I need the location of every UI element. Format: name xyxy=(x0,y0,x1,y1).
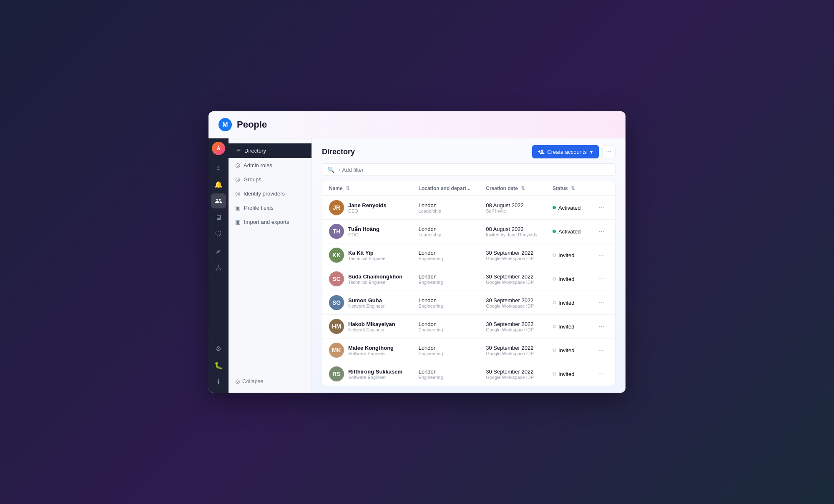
collapse-button[interactable]: ◎ Collapse xyxy=(235,378,305,384)
person-name-6[interactable]: Malee Kongthong xyxy=(348,345,394,351)
col-name-sort-icon[interactable]: ⇅ xyxy=(346,186,350,191)
person-name-0[interactable]: Jane Renyolds xyxy=(348,202,387,208)
person-details-4: Sumon Guha Network Engineer xyxy=(348,297,384,308)
sidebar-item-identity-providers[interactable]: ◎ Identity providers xyxy=(229,186,311,201)
person-role-5: Network Engineer xyxy=(348,327,395,332)
person-cell-3: SC Suda Chaimongkhon Technical Engineer xyxy=(322,267,412,291)
content-title: Directory xyxy=(322,148,355,156)
bug-icon[interactable]: 🐛 xyxy=(211,358,226,373)
people-table-body: JR Jane Renyolds CEO London Leadership 0… xyxy=(322,196,615,386)
status-dot-2 xyxy=(553,253,556,257)
person-cell-1: TH Tuấn Hoàng COO xyxy=(322,220,412,243)
date-cell-2: 30 September 2022 Google Workspace IDP xyxy=(479,243,546,267)
person-role-3: Technical Engineer xyxy=(348,280,402,285)
row-menu-2[interactable]: ··· xyxy=(595,250,608,260)
row-menu-3[interactable]: ··· xyxy=(595,273,608,284)
svg-point-2 xyxy=(220,269,221,271)
sidebar-bottom: ◎ Collapse xyxy=(229,375,311,388)
col-name: Name ⇅ xyxy=(322,181,412,196)
row-menu-0[interactable]: ··· xyxy=(595,202,608,213)
svg-line-4 xyxy=(216,268,219,269)
bell-icon[interactable]: 🔔 xyxy=(211,177,226,192)
person-name-7[interactable]: Ritthirong Sukkasem xyxy=(348,369,402,375)
location-cell-3: London Engineering xyxy=(412,267,480,291)
actions-cell-2: ··· xyxy=(589,243,615,267)
status-badge-0: Activated xyxy=(553,205,582,211)
people-icon[interactable] xyxy=(211,193,226,208)
header-actions: Create accounts ▾ ··· xyxy=(532,145,615,158)
app-header: M People xyxy=(208,111,626,138)
location-dept-0: Leadership xyxy=(419,208,473,213)
location-dept-1: Leadership xyxy=(419,232,473,237)
person-name-5[interactable]: Hakob Mikayelyan xyxy=(348,321,395,327)
person-name-4[interactable]: Sumon Guha xyxy=(348,297,384,303)
add-filter-button[interactable]: + Add filter xyxy=(338,167,364,173)
status-label-1: Activated xyxy=(558,228,580,235)
location-cell-0: London Leadership xyxy=(412,196,480,220)
user-avatar-rail[interactable]: A xyxy=(212,142,225,155)
actions-cell-4: ··· xyxy=(589,291,615,315)
desktop-icon[interactable]: 🖥 xyxy=(211,210,226,225)
location-dept-4: Engineering xyxy=(419,303,473,308)
create-accounts-button[interactable]: Create accounts ▾ xyxy=(532,145,599,158)
date-sub-7: Google Workspace IDP xyxy=(486,375,539,380)
app-window: M People A ⌂ 🔔 🖥 🛡 ⚙ 🐛 ℹ xyxy=(208,111,626,393)
person-cell-2: KK Ka Kit Yip Technical Engineer xyxy=(322,243,412,267)
shield-icon[interactable]: 🛡 xyxy=(211,227,226,242)
person-cell-4: SG Sumon Guha Network Engineer xyxy=(322,291,412,315)
more-options-button[interactable]: ··· xyxy=(602,145,615,158)
directory-icon xyxy=(235,147,241,154)
location-cell-1: London Leadership xyxy=(412,220,480,243)
person-name-1[interactable]: Tuấn Hoàng xyxy=(348,226,379,232)
cube-icon[interactable] xyxy=(211,243,226,258)
date-cell-4: 30 September 2022 Google Workspace IDP xyxy=(479,291,546,315)
date-cell-0: 08 August 2022 Self Invite xyxy=(479,196,546,220)
avatar-7: RS xyxy=(329,366,344,381)
col-date-sort-icon[interactable]: ⇅ xyxy=(521,186,525,191)
row-menu-1[interactable]: ··· xyxy=(595,226,608,236)
location-cell-2: London Engineering xyxy=(412,243,480,267)
col-status-sort-icon[interactable]: ⇅ xyxy=(571,186,575,191)
date-main-7: 30 September 2022 xyxy=(486,369,539,375)
status-dot-3 xyxy=(553,277,556,281)
sidebar-item-directory[interactable]: Directory xyxy=(229,143,311,158)
info-circle-icon[interactable]: ℹ xyxy=(211,374,226,389)
add-filter-label: + Add filter xyxy=(338,167,364,173)
status-badge-5: Invited xyxy=(553,323,582,330)
status-label-6: Invited xyxy=(558,347,574,354)
create-dropdown-icon: ▾ xyxy=(590,149,593,155)
actions-cell-7: ··· xyxy=(589,362,615,386)
date-sub-4: Google Workspace IDP xyxy=(486,303,539,308)
date-cell-1: 08 August 2022 Invited by Jane Renyolds xyxy=(479,220,546,243)
location-name-6: London xyxy=(419,345,473,351)
col-status: Status ⇅ xyxy=(546,181,589,196)
home-icon[interactable]: ⌂ xyxy=(211,160,226,175)
row-menu-7[interactable]: ··· xyxy=(595,369,608,379)
status-cell-7: Invited xyxy=(546,362,589,386)
status-label-5: Invited xyxy=(558,323,574,330)
col-location-label: Location and depart... xyxy=(419,186,471,191)
person-name-3[interactable]: Suda Chaimongkhon xyxy=(348,273,402,280)
status-cell-3: Invited xyxy=(546,267,589,291)
sidebar-item-profile-fields[interactable]: ▣ Profile fields xyxy=(229,201,311,215)
admin-roles-icon: ◎ xyxy=(235,162,240,168)
person-name-2[interactable]: Ka Kit Yip xyxy=(348,250,387,256)
status-dot-4 xyxy=(553,301,556,304)
svg-line-5 xyxy=(219,268,221,269)
status-label-0: Activated xyxy=(558,205,580,211)
person-details-3: Suda Chaimongkhon Technical Engineer xyxy=(348,273,402,285)
avatar-2: KK xyxy=(329,248,344,263)
status-label-4: Invited xyxy=(558,300,574,306)
settings-gear-icon[interactable]: ⚙ xyxy=(211,341,226,356)
status-badge-7: Invited xyxy=(553,371,582,377)
col-name-label: Name xyxy=(329,186,343,191)
row-menu-4[interactable]: ··· xyxy=(595,297,608,308)
hierarchy-icon[interactable] xyxy=(211,260,226,275)
row-menu-5[interactable]: ··· xyxy=(595,321,608,331)
date-cell-5: 30 September 2022 Google Workspace IDP xyxy=(479,315,546,339)
sidebar-item-admin-roles[interactable]: ◎ Admin roles xyxy=(229,158,311,172)
sidebar-item-groups[interactable]: ◎ Groups xyxy=(229,172,311,186)
status-label-7: Invited xyxy=(558,371,574,377)
row-menu-6[interactable]: ··· xyxy=(595,345,608,355)
sidebar-item-import-exports[interactable]: ▣ Import and exports xyxy=(229,215,311,229)
